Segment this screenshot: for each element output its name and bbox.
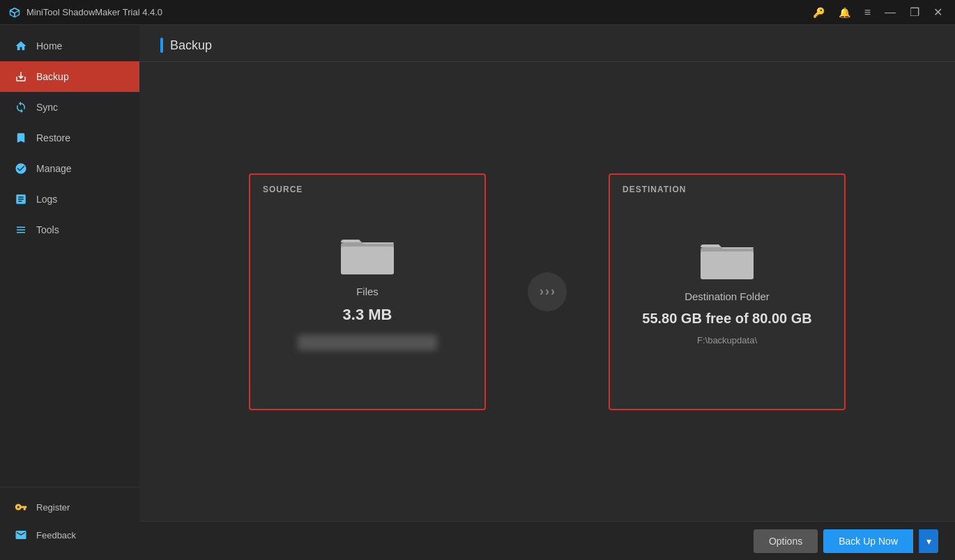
destination-free: 55.80 GB free of 80.00 GB <box>642 311 811 327</box>
destination-folder-icon <box>699 238 755 282</box>
minimize-button[interactable]: — <box>880 5 900 20</box>
main-content: Backup SOURCE Files 3.3 MB <box>139 25 955 560</box>
source-label: SOURCE <box>263 185 303 194</box>
app-title: MiniTool ShadowMaker Trial 4.4.0 <box>26 7 162 17</box>
options-button[interactable]: Options <box>754 529 818 553</box>
sidebar-item-feedback[interactable]: Feedback <box>0 521 139 549</box>
title-bar-logo: MiniTool ShadowMaker Trial 4.4.0 <box>8 6 809 19</box>
arrow-circle: › › › <box>528 272 567 311</box>
app-logo-icon <box>8 6 21 19</box>
manage-icon <box>14 162 28 176</box>
destination-subtitle: Destination Folder <box>685 290 770 302</box>
restore-icon <box>14 131 28 145</box>
backup-icon <box>14 70 28 84</box>
sidebar-item-logs[interactable]: Logs <box>0 184 139 215</box>
sidebar-home-label: Home <box>36 40 62 52</box>
sidebar: Home Backup Sync Restore <box>0 25 139 560</box>
maximize-button[interactable]: ❐ <box>906 4 924 20</box>
sidebar-tools-label: Tools <box>36 224 59 235</box>
source-subtitle: Files <box>356 286 379 297</box>
sidebar-manage-label: Manage <box>36 163 72 174</box>
chevron-2: › <box>545 284 549 299</box>
svg-rect-3 <box>701 251 754 279</box>
title-bell-icon[interactable]: 🔔 <box>834 6 855 20</box>
home-icon <box>14 39 28 53</box>
backup-now-button[interactable]: Back Up Now <box>823 529 913 553</box>
title-menu-icon[interactable]: ≡ <box>860 5 875 20</box>
sidebar-item-home[interactable]: Home <box>0 31 139 61</box>
page-title: Backup <box>170 38 212 53</box>
sidebar-logs-label: Logs <box>36 194 57 205</box>
bottom-bar: Options Back Up Now ▾ <box>139 521 955 560</box>
mail-icon <box>14 528 28 542</box>
sidebar-item-register[interactable]: Register <box>0 493 139 521</box>
logs-icon <box>14 192 28 206</box>
sidebar-item-tools[interactable]: Tools <box>0 215 139 245</box>
source-size: 3.3 MB <box>343 306 392 324</box>
backup-dropdown-button[interactable]: ▾ <box>919 529 938 553</box>
page-header: Backup <box>139 25 955 62</box>
sidebar-item-manage[interactable]: Manage <box>0 153 139 184</box>
sidebar-item-sync[interactable]: Sync <box>0 92 139 123</box>
destination-card[interactable]: DESTINATION Destination Folder 55.80 GB … <box>609 173 846 410</box>
sync-icon <box>14 100 28 114</box>
sidebar-bottom: Register Feedback <box>0 487 139 560</box>
backup-area: SOURCE Files 3.3 MB <box>139 62 955 521</box>
title-key-icon[interactable]: 🔑 <box>809 6 829 20</box>
sidebar-register-label: Register <box>36 502 70 513</box>
title-bar-controls: 🔑 🔔 ≡ — ❐ ✕ <box>809 4 947 20</box>
source-blurred-text <box>298 335 437 350</box>
app-layout: Home Backup Sync Restore <box>0 25 955 560</box>
sidebar-item-restore[interactable]: Restore <box>0 123 139 153</box>
arrow-chevrons: › › › <box>540 284 555 299</box>
sidebar-feedback-label: Feedback <box>36 530 76 540</box>
sidebar-nav: Home Backup Sync Restore <box>0 31 139 487</box>
sidebar-item-backup[interactable]: Backup <box>0 61 139 92</box>
chevron-3: › <box>551 284 555 299</box>
destination-path: F:\backupdata\ <box>697 335 757 345</box>
chevron-1: › <box>540 284 544 299</box>
sidebar-sync-label: Sync <box>36 102 58 113</box>
source-card[interactable]: SOURCE Files 3.3 MB <box>249 173 486 410</box>
page-header-bar <box>160 38 163 53</box>
destination-label: DESTINATION <box>622 185 686 194</box>
svg-rect-1 <box>341 247 394 274</box>
title-bar: MiniTool ShadowMaker Trial 4.4.0 🔑 🔔 ≡ —… <box>0 0 955 25</box>
close-button[interactable]: ✕ <box>929 4 947 20</box>
sidebar-backup-label: Backup <box>36 71 69 82</box>
key-icon <box>14 500 28 514</box>
source-folder-icon <box>339 233 395 277</box>
tools-icon <box>14 223 28 237</box>
sidebar-restore-label: Restore <box>36 132 70 143</box>
